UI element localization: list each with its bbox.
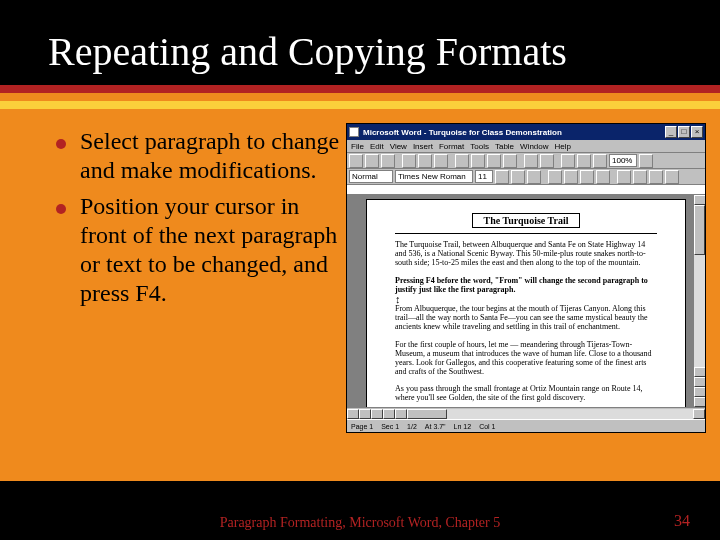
slide: Repeating and Copying Formats Select par… (0, 0, 720, 540)
word-window: Microsoft Word - Turquoise for Class Dem… (346, 123, 706, 433)
menubar: File Edit View Insert Format Tools Table… (347, 140, 705, 153)
horizontal-scrollbar[interactable] (347, 407, 705, 419)
standard-toolbar: 100% (347, 153, 705, 169)
menu-table[interactable]: Table (495, 142, 514, 151)
menu-view[interactable]: View (390, 142, 407, 151)
screenshot-area: Microsoft Word - Turquoise for Class Dem… (346, 123, 720, 481)
font-select[interactable]: Times New Roman (395, 170, 473, 183)
style-select[interactable]: Normal (349, 170, 393, 183)
new-icon[interactable] (349, 154, 363, 168)
page-number: 34 (674, 512, 690, 530)
undo-icon[interactable] (524, 154, 538, 168)
status-page: Page 1 (351, 423, 373, 430)
text-cursor-icon: ↕ (395, 296, 657, 302)
footer: Paragraph Formatting, Microsoft Word, Ch… (0, 515, 720, 530)
bullets-icon[interactable] (633, 170, 647, 184)
browse-object-icon[interactable] (694, 387, 705, 397)
word-app-icon (349, 127, 359, 137)
title-area: Repeating and Copying Formats (0, 0, 720, 85)
indent-icon[interactable] (665, 170, 679, 184)
view-web-icon[interactable] (359, 409, 371, 419)
drawing-icon[interactable] (593, 154, 607, 168)
menu-insert[interactable]: Insert (413, 142, 433, 151)
close-button[interactable]: × (691, 126, 703, 138)
slide-title: Repeating and Copying Formats (48, 28, 672, 75)
doc-paragraph-bold: Pressing F4 before the word, "From" will… (395, 276, 657, 294)
status-at: At 3.7" (425, 423, 446, 430)
doc-paragraph: For the first couple of hours, let me — … (395, 340, 657, 377)
slide-body: Select paragraph to change and make modi… (0, 109, 720, 481)
titlebar[interactable]: Microsoft Word - Turquoise for Class Dem… (347, 124, 705, 140)
open-icon[interactable] (365, 154, 379, 168)
page[interactable]: The Turquoise Trail The Turquoise Trail,… (366, 199, 686, 407)
bullet-icon (56, 204, 66, 214)
bullet-text: Position your cursor in front of the nex… (80, 192, 342, 309)
view-normal-icon[interactable] (347, 409, 359, 419)
menu-format[interactable]: Format (439, 142, 464, 151)
justify-icon[interactable] (596, 170, 610, 184)
spell-icon[interactable] (434, 154, 448, 168)
scroll-thumb[interactable] (694, 205, 705, 255)
paste-icon[interactable] (487, 154, 501, 168)
align-right-icon[interactable] (580, 170, 594, 184)
bullet-text: Select paragraph to change and make modi… (80, 127, 342, 186)
underline-icon[interactable] (527, 170, 541, 184)
formatting-toolbar: Normal Times New Roman 11 (347, 169, 705, 185)
bold-icon[interactable] (495, 170, 509, 184)
scroll-right-icon[interactable] (693, 409, 705, 419)
preview-icon[interactable] (418, 154, 432, 168)
italic-icon[interactable] (511, 170, 525, 184)
decorative-stripes (0, 85, 720, 109)
list-item: Select paragraph to change and make modi… (56, 127, 342, 186)
status-sec: Sec 1 (381, 423, 399, 430)
document-area[interactable]: The Turquoise Trail The Turquoise Trail,… (347, 195, 705, 407)
save-icon[interactable] (381, 154, 395, 168)
maximize-button[interactable]: □ (678, 126, 690, 138)
minimize-button[interactable]: _ (665, 126, 677, 138)
align-center-icon[interactable] (564, 170, 578, 184)
menu-help[interactable]: Help (555, 142, 571, 151)
redo-icon[interactable] (540, 154, 554, 168)
window-title: Microsoft Word - Turquoise for Class Dem… (361, 128, 663, 137)
doc-heading: The Turquoise Trail (472, 213, 579, 228)
menu-tools[interactable]: Tools (470, 142, 489, 151)
next-page-icon[interactable] (694, 397, 705, 407)
copy-icon[interactable] (471, 154, 485, 168)
help-icon[interactable] (639, 154, 653, 168)
footer-text: Paragraph Formatting, Microsoft Word, Ch… (220, 515, 501, 530)
status-pages: 1/2 (407, 423, 417, 430)
numbering-icon[interactable] (617, 170, 631, 184)
print-icon[interactable] (402, 154, 416, 168)
columns-icon[interactable] (577, 154, 591, 168)
table-icon[interactable] (561, 154, 575, 168)
align-left-icon[interactable] (548, 170, 562, 184)
cut-icon[interactable] (455, 154, 469, 168)
bullet-icon (56, 139, 66, 149)
scroll-thumb[interactable] (407, 409, 447, 419)
outdent-icon[interactable] (649, 170, 663, 184)
zoom-field[interactable]: 100% (609, 154, 637, 167)
list-item: Position your cursor in front of the nex… (56, 192, 342, 309)
prev-page-icon[interactable] (694, 377, 705, 387)
format-painter-icon[interactable] (503, 154, 517, 168)
scroll-up-icon[interactable] (694, 195, 705, 205)
size-select[interactable]: 11 (475, 170, 493, 183)
horizontal-rule (395, 233, 657, 234)
view-outline-icon[interactable] (383, 409, 395, 419)
menu-file[interactable]: File (351, 142, 364, 151)
scroll-down-icon[interactable] (694, 367, 705, 377)
status-bar: Page 1 Sec 1 1/2 At 3.7" Ln 12 Col 1 (347, 419, 705, 432)
doc-paragraph: From Albuquerque, the tour begins at the… (395, 304, 657, 332)
scroll-left-icon[interactable] (395, 409, 407, 419)
doc-paragraph: As you pass through the small frontage a… (395, 384, 657, 402)
menu-edit[interactable]: Edit (370, 142, 384, 151)
menu-window[interactable]: Window (520, 142, 548, 151)
doc-paragraph: The Turquoise Trail, between Albuquerque… (395, 240, 657, 268)
bullet-list: Select paragraph to change and make modi… (0, 123, 346, 481)
status-line: Ln 12 (454, 423, 472, 430)
ruler[interactable] (347, 185, 705, 195)
status-col: Col 1 (479, 423, 495, 430)
vertical-scrollbar[interactable] (693, 195, 705, 407)
view-print-icon[interactable] (371, 409, 383, 419)
